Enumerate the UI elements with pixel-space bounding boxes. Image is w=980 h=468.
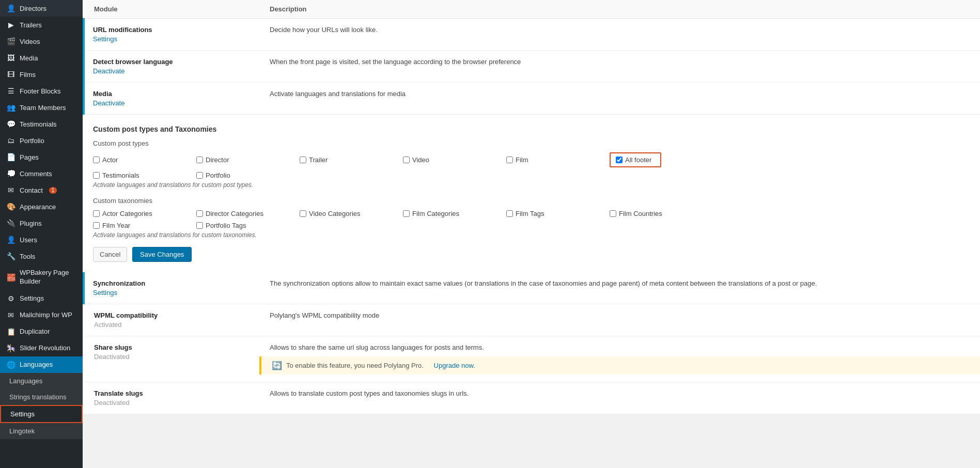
module-deactivate-link[interactable]: Deactivate — [93, 99, 125, 107]
sidebar-item-footer-blocks[interactable]: ☰ Footer Blocks — [0, 83, 83, 99]
actor-cat-checkbox[interactable] — [93, 210, 100, 217]
media-icon: 🖼 — [6, 54, 15, 62]
sidebar-subitem-languages[interactable]: Languages — [0, 373, 83, 389]
sidebar-item-label: Contact — [20, 186, 43, 194]
sidebar-item-appearance[interactable]: 🎨 Appearance — [0, 198, 83, 215]
save-button[interactable]: Save Changes — [132, 247, 192, 262]
testimonials-pt-checkbox[interactable] — [93, 172, 100, 179]
sidebar-item-mailchimp[interactable]: ✉ Mailchimp for WP — [0, 307, 83, 323]
checkbox-item-film-cat[interactable]: Film Categories — [403, 210, 506, 217]
video-checkbox[interactable] — [403, 157, 410, 163]
sidebar-item-trailers[interactable]: ▶ Trailers — [0, 17, 83, 33]
film-year-checkbox[interactable] — [93, 222, 100, 229]
appearance-icon: 🎨 — [6, 202, 15, 211]
checkbox-item-trailer[interactable]: Trailer — [300, 152, 403, 167]
sidebar-item-contact[interactable]: ✉ Contact 1 — [0, 182, 83, 198]
portfolio-tags-checkbox[interactable] — [196, 222, 203, 229]
actor-cat-label: Actor Categories — [102, 210, 152, 217]
col-description: Description — [259, 0, 980, 19]
sidebar-item-label: Settings — [20, 294, 44, 302]
sidebar-item-label: Testimonials — [20, 120, 57, 128]
wpml-activated-label: Activated — [94, 321, 121, 329]
sidebar-subitem-settings[interactable]: Settings — [0, 405, 83, 423]
checkbox-item-film[interactable]: Film — [506, 152, 610, 167]
sidebar-item-tools[interactable]: 🔧 Tools — [0, 248, 83, 264]
sidebar-item-label: Pages — [20, 153, 39, 161]
subitem-label: Settings — [10, 410, 35, 418]
sidebar-item-label: Tools — [20, 253, 35, 260]
module-name: Media — [93, 90, 249, 98]
all-footer-checkbox[interactable] — [616, 157, 623, 163]
cancel-button[interactable]: Cancel — [93, 247, 127, 262]
sidebar-item-comments[interactable]: 💭 Comments — [0, 165, 83, 182]
sidebar-item-media[interactable]: 🖼 Media — [0, 50, 83, 66]
main-content: Module Description URL modifications Set… — [83, 0, 980, 468]
portfolio-pt-checkbox[interactable] — [196, 172, 203, 179]
sidebar-item-plugins[interactable]: 🔌 Plugins — [0, 215, 83, 231]
checkbox-item-film-countries[interactable]: Film Countries — [610, 210, 713, 217]
module-description: Decide how your URLs will look like. — [259, 19, 980, 51]
checkbox-item-all-footer[interactable]: All footer — [610, 152, 661, 167]
film-tags-checkbox[interactable] — [506, 210, 513, 217]
sidebar-subitem-lingotek[interactable]: Lingotek — [0, 423, 83, 439]
sidebar-item-label: Users — [20, 236, 37, 244]
sidebar-item-label: Footer Blocks — [20, 87, 60, 95]
sidebar-item-users[interactable]: 👤 Users — [0, 231, 83, 248]
actor-label: Actor — [102, 156, 118, 164]
sidebar-item-label: Slider Revolution — [20, 344, 70, 352]
sidebar-item-label: Directors — [20, 5, 46, 12]
sidebar-item-team-members[interactable]: 👥 Team Members — [0, 99, 83, 116]
sidebar-item-directors[interactable]: 👤 Directors — [0, 0, 83, 17]
checkbox-item-director-cat[interactable]: Director Categories — [196, 210, 300, 217]
subitem-label: Lingotek — [9, 427, 35, 435]
checkbox-item-film-tags[interactable]: Film Tags — [506, 210, 610, 217]
sidebar-item-languages[interactable]: 🌐 Languages — [0, 356, 83, 373]
director-cat-checkbox[interactable] — [196, 210, 203, 217]
checkbox-item-testimonials[interactable]: Testimonials — [93, 171, 196, 179]
sidebar-item-wpbakery[interactable]: 🧱 WPBakery Page Builder — [0, 264, 83, 290]
sidebar-item-label: Trailers — [20, 21, 42, 29]
sidebar-item-testimonials[interactable]: 💬 Testimonials — [0, 116, 83, 132]
video-cat-checkbox[interactable] — [300, 210, 306, 217]
sidebar-item-settings[interactable]: ⚙ Settings — [0, 290, 83, 307]
sidebar-item-slider-revolution[interactable]: 🎠 Slider Revolution — [0, 340, 83, 356]
film-countries-checkbox[interactable] — [610, 210, 616, 217]
sidebar-subitem-strings[interactable]: Strings translations — [0, 389, 83, 405]
languages-icon: 🌐 — [6, 361, 15, 369]
checkbox-item-portfolio-tags[interactable]: Portfolio Tags — [196, 222, 300, 229]
film-checkbox[interactable] — [506, 157, 513, 163]
contact-badge: 1 — [49, 187, 57, 194]
sidebar-item-pages[interactable]: 📄 Pages — [0, 149, 83, 165]
director-cat-label: Director Categories — [206, 210, 263, 217]
module-settings-link[interactable]: Settings — [93, 35, 117, 43]
film-label: Film — [516, 156, 528, 164]
sidebar-item-films[interactable]: 🎞 Films — [0, 66, 83, 83]
module-description: Allows to translate custom post types an… — [259, 382, 980, 414]
all-footer-label: All footer — [625, 156, 651, 164]
taxonomies-grid: Actor Categories Director Categories Vid… — [93, 210, 970, 217]
checkbox-item-director[interactable]: Director — [196, 152, 300, 167]
checkbox-item-video[interactable]: Video — [403, 152, 506, 167]
checkbox-item-film-year[interactable]: Film Year — [93, 222, 196, 229]
checkbox-item-actor-cat[interactable]: Actor Categories — [93, 210, 196, 217]
modules-table: Module Description URL modifications Set… — [83, 0, 980, 115]
taxonomies-grid-row2: Film Year Portfolio Tags — [93, 222, 970, 229]
sync-settings-link[interactable]: Settings — [93, 289, 117, 297]
notice-text: To enable this feature, you need Polylan… — [286, 362, 424, 369]
sidebar-item-portfolio[interactable]: 🗂 Portfolio — [0, 132, 83, 149]
trailer-checkbox[interactable] — [300, 157, 306, 163]
actor-checkbox[interactable] — [93, 157, 100, 163]
checkbox-item-video-cat[interactable]: Video Categories — [300, 210, 403, 217]
film-cat-checkbox[interactable] — [403, 210, 410, 217]
module-deactivate-link[interactable]: Deactivate — [93, 67, 125, 75]
sidebar-item-duplicator[interactable]: 📋 Duplicator — [0, 323, 83, 340]
checkbox-item-portfolio[interactable]: Portfolio — [196, 171, 300, 179]
contact-icon: ✉ — [6, 186, 15, 194]
module-description: Polylang's WPML compatibility mode — [259, 304, 980, 336]
director-checkbox[interactable] — [196, 157, 203, 163]
upgrade-link[interactable]: Upgrade now. — [434, 362, 475, 369]
checkbox-item-actor[interactable]: Actor — [93, 152, 196, 167]
sidebar-item-label: Videos — [20, 38, 40, 45]
sidebar-item-videos[interactable]: 🎬 Videos — [0, 33, 83, 50]
video-cat-label: Video Categories — [309, 210, 361, 217]
